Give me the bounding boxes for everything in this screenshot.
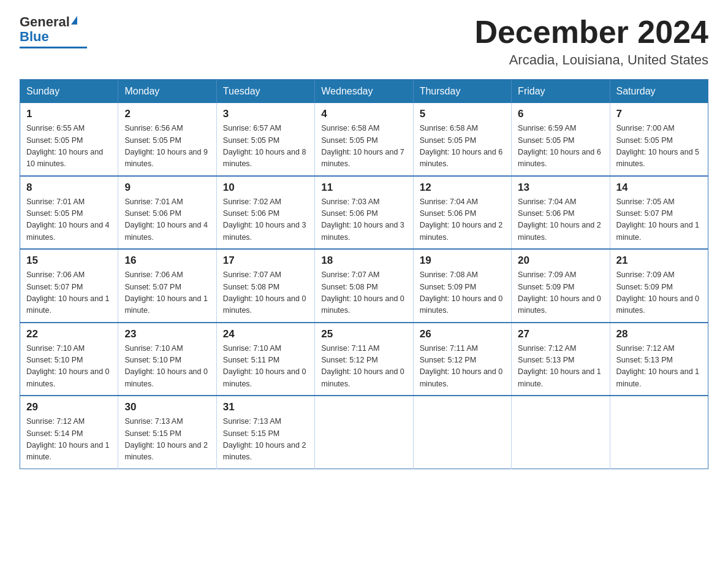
day-info: Sunrise: 7:03 AMSunset: 5:06 PMDaylight:… [321, 197, 404, 242]
table-row: 17 Sunrise: 7:07 AMSunset: 5:08 PMDaylig… [216, 249, 314, 323]
day-info: Sunrise: 7:12 AMSunset: 5:13 PMDaylight:… [616, 344, 700, 388]
day-number: 8 [26, 182, 112, 194]
title-area: December 2024 Arcadia, Louisiana, United… [474, 15, 708, 68]
day-info: Sunrise: 7:04 AMSunset: 5:06 PMDaylight:… [420, 197, 503, 242]
day-info: Sunrise: 7:13 AMSunset: 5:15 PMDaylight:… [223, 417, 306, 461]
day-number: 1 [26, 108, 112, 120]
day-info: Sunrise: 7:10 AMSunset: 5:10 PMDaylight:… [124, 344, 208, 388]
header-tuesday: Tuesday [216, 80, 314, 104]
day-number: 27 [518, 328, 603, 340]
header-sunday: Sunday [20, 80, 118, 104]
table-row: 28 Sunrise: 7:12 AMSunset: 5:13 PMDaylig… [610, 323, 708, 396]
table-row: 13 Sunrise: 7:04 AMSunset: 5:06 PMDaylig… [512, 176, 610, 250]
header-thursday: Thursday [413, 80, 511, 104]
table-row: 11 Sunrise: 7:03 AMSunset: 5:06 PMDaylig… [315, 176, 413, 250]
day-number: 3 [223, 108, 308, 120]
day-info: Sunrise: 7:13 AMSunset: 5:15 PMDaylight:… [124, 417, 208, 461]
day-number: 20 [518, 255, 603, 267]
day-number: 22 [26, 328, 112, 340]
calendar-week-row: 22 Sunrise: 7:10 AMSunset: 5:10 PMDaylig… [20, 323, 708, 396]
table-row [315, 396, 413, 469]
day-info: Sunrise: 7:09 AMSunset: 5:09 PMDaylight:… [616, 270, 700, 315]
table-row: 2 Sunrise: 6:56 AMSunset: 5:05 PMDayligh… [118, 103, 216, 176]
day-info: Sunrise: 6:59 AMSunset: 5:05 PMDaylight:… [518, 124, 601, 168]
day-number: 21 [616, 255, 702, 267]
weekday-header-row: Sunday Monday Tuesday Wednesday Thursday… [20, 80, 708, 104]
header-saturday: Saturday [610, 80, 708, 104]
table-row: 5 Sunrise: 6:58 AMSunset: 5:05 PMDayligh… [413, 103, 511, 176]
table-row: 18 Sunrise: 7:07 AMSunset: 5:08 PMDaylig… [315, 249, 413, 323]
table-row [610, 396, 708, 469]
day-info: Sunrise: 7:09 AMSunset: 5:09 PMDaylight:… [518, 270, 601, 315]
day-info: Sunrise: 6:55 AMSunset: 5:05 PMDaylight:… [26, 124, 103, 168]
table-row: 23 Sunrise: 7:10 AMSunset: 5:10 PMDaylig… [118, 323, 216, 396]
table-row: 8 Sunrise: 7:01 AMSunset: 5:05 PMDayligh… [20, 176, 118, 250]
day-number: 11 [321, 182, 406, 194]
table-row: 14 Sunrise: 7:05 AMSunset: 5:07 PMDaylig… [610, 176, 708, 250]
day-info: Sunrise: 7:05 AMSunset: 5:07 PMDaylight:… [616, 197, 700, 242]
day-info: Sunrise: 7:00 AMSunset: 5:05 PMDaylight:… [616, 124, 700, 168]
day-number: 17 [223, 255, 308, 267]
table-row: 27 Sunrise: 7:12 AMSunset: 5:13 PMDaylig… [512, 323, 610, 396]
day-number: 7 [616, 108, 702, 120]
table-row: 7 Sunrise: 7:00 AMSunset: 5:05 PMDayligh… [610, 103, 708, 176]
table-row: 15 Sunrise: 7:06 AMSunset: 5:07 PMDaylig… [20, 249, 118, 323]
day-info: Sunrise: 7:11 AMSunset: 5:12 PMDaylight:… [321, 344, 404, 388]
table-row: 29 Sunrise: 7:12 AMSunset: 5:14 PMDaylig… [20, 396, 118, 469]
table-row: 20 Sunrise: 7:09 AMSunset: 5:09 PMDaylig… [512, 249, 610, 323]
table-row: 3 Sunrise: 6:57 AMSunset: 5:05 PMDayligh… [216, 103, 314, 176]
day-number: 5 [420, 108, 505, 120]
table-row: 16 Sunrise: 7:06 AMSunset: 5:07 PMDaylig… [118, 249, 216, 323]
day-number: 10 [223, 182, 308, 194]
table-row: 25 Sunrise: 7:11 AMSunset: 5:12 PMDaylig… [315, 323, 413, 396]
day-info: Sunrise: 7:08 AMSunset: 5:09 PMDaylight:… [420, 270, 503, 315]
day-info: Sunrise: 7:07 AMSunset: 5:08 PMDaylight:… [223, 270, 306, 315]
day-number: 9 [124, 182, 210, 194]
day-info: Sunrise: 7:12 AMSunset: 5:13 PMDaylight:… [518, 344, 601, 388]
table-row: 10 Sunrise: 7:02 AMSunset: 5:06 PMDaylig… [216, 176, 314, 250]
table-row: 31 Sunrise: 7:13 AMSunset: 5:15 PMDaylig… [216, 396, 314, 469]
day-info: Sunrise: 7:06 AMSunset: 5:07 PMDaylight:… [26, 270, 110, 315]
logo: General Blue [20, 15, 87, 48]
day-number: 2 [124, 108, 210, 120]
table-row: 9 Sunrise: 7:01 AMSunset: 5:06 PMDayligh… [118, 176, 216, 250]
header-wednesday: Wednesday [315, 80, 413, 104]
calendar-week-row: 15 Sunrise: 7:06 AMSunset: 5:07 PMDaylig… [20, 249, 708, 323]
month-year-title: December 2024 [474, 15, 708, 50]
day-number: 24 [223, 328, 308, 340]
calendar-week-row: 29 Sunrise: 7:12 AMSunset: 5:14 PMDaylig… [20, 396, 708, 469]
table-row: 1 Sunrise: 6:55 AMSunset: 5:05 PMDayligh… [20, 103, 118, 176]
table-row: 19 Sunrise: 7:08 AMSunset: 5:09 PMDaylig… [413, 249, 511, 323]
table-row: 24 Sunrise: 7:10 AMSunset: 5:11 PMDaylig… [216, 323, 314, 396]
day-info: Sunrise: 7:07 AMSunset: 5:08 PMDaylight:… [321, 270, 404, 315]
header-friday: Friday [512, 80, 610, 104]
table-row: 6 Sunrise: 6:59 AMSunset: 5:05 PMDayligh… [512, 103, 610, 176]
day-info: Sunrise: 7:11 AMSunset: 5:12 PMDaylight:… [420, 344, 503, 388]
day-info: Sunrise: 7:06 AMSunset: 5:07 PMDaylight:… [124, 270, 208, 315]
day-number: 12 [420, 182, 505, 194]
table-row: 21 Sunrise: 7:09 AMSunset: 5:09 PMDaylig… [610, 249, 708, 323]
day-info: Sunrise: 7:12 AMSunset: 5:14 PMDaylight:… [26, 417, 110, 461]
day-number: 14 [616, 182, 702, 194]
day-number: 30 [124, 401, 210, 413]
day-number: 16 [124, 255, 210, 267]
day-number: 4 [321, 108, 406, 120]
location-subtitle: Arcadia, Louisiana, United States [474, 52, 708, 68]
table-row: 22 Sunrise: 7:10 AMSunset: 5:10 PMDaylig… [20, 323, 118, 396]
day-info: Sunrise: 7:01 AMSunset: 5:05 PMDaylight:… [26, 197, 110, 242]
table-row: 26 Sunrise: 7:11 AMSunset: 5:12 PMDaylig… [413, 323, 511, 396]
logo-blue: Blue [20, 29, 49, 44]
day-info: Sunrise: 7:04 AMSunset: 5:06 PMDaylight:… [518, 197, 601, 242]
day-number: 18 [321, 255, 406, 267]
day-number: 26 [420, 328, 505, 340]
logo-general: General [20, 15, 70, 29]
day-number: 28 [616, 328, 702, 340]
day-info: Sunrise: 6:56 AMSunset: 5:05 PMDaylight:… [124, 124, 208, 168]
day-number: 23 [124, 328, 210, 340]
day-info: Sunrise: 6:57 AMSunset: 5:05 PMDaylight:… [223, 124, 306, 168]
day-info: Sunrise: 7:01 AMSunset: 5:06 PMDaylight:… [124, 197, 208, 242]
table-row: 4 Sunrise: 6:58 AMSunset: 5:05 PMDayligh… [315, 103, 413, 176]
calendar-week-row: 1 Sunrise: 6:55 AMSunset: 5:05 PMDayligh… [20, 103, 708, 176]
table-row [413, 396, 511, 469]
day-number: 6 [518, 108, 603, 120]
